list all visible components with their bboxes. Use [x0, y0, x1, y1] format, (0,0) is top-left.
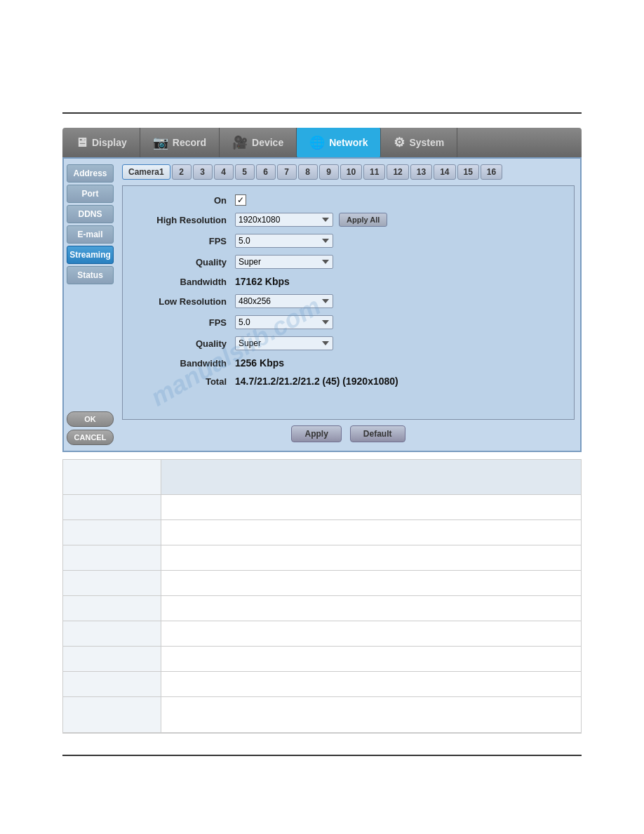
main-container: 🖥 Display 📷 Record 🎥 Device 🌐 Network ⚙ … [62, 128, 582, 734]
cancel-button[interactable]: CANCEL [67, 430, 114, 445]
table-col-right-4 [161, 571, 581, 595]
nav-device-label: Device [252, 137, 283, 148]
low-resolution-select[interactable]: 480x256 320x240 176x120 [235, 294, 333, 308]
camera-tab-9[interactable]: 9 [319, 164, 339, 180]
bottom-buttons: Apply Default [122, 420, 575, 445]
table-col-left-4 [63, 571, 161, 595]
quality-low-select[interactable]: Super High Normal Low [235, 336, 333, 350]
bandwidth-low-label: Bandwidth [137, 358, 235, 369]
ok-button[interactable]: OK [67, 411, 114, 427]
camera-tab-15[interactable]: 15 [457, 164, 479, 180]
table-col-right-1 [161, 495, 581, 519]
bandwidth-low-row: Bandwidth 1256 Kbps [137, 357, 560, 369]
table-row-7 [63, 647, 581, 672]
low-resolution-label: Low Resolution [137, 296, 235, 307]
total-label: Total [137, 376, 235, 387]
table-col-left-8 [63, 672, 161, 696]
camera-tab-1[interactable]: Camera1 [122, 164, 170, 180]
table-row-3 [63, 545, 581, 571]
table-col-left-3 [63, 545, 161, 570]
camera-tab-11[interactable]: 11 [363, 164, 385, 180]
display-icon: 🖥 [75, 135, 88, 150]
camera-tab-12[interactable]: 12 [387, 164, 408, 180]
table-col-right-6 [161, 621, 581, 646]
camera-tab-13[interactable]: 13 [410, 164, 432, 180]
apply-button[interactable]: Apply [291, 425, 341, 442]
camera-tab-14[interactable]: 14 [434, 164, 455, 180]
high-resolution-select[interactable]: 1920x1080 1280x720 640x480 [235, 213, 333, 227]
nav-display[interactable]: 🖥 Display [62, 128, 140, 157]
table-col-left-9 [63, 697, 161, 732]
nav-bar: 🖥 Display 📷 Record 🎥 Device 🌐 Network ⚙ … [62, 128, 582, 157]
bottom-divider [62, 755, 582, 756]
fps-low-row: FPS 5.0 10.0 15.0 25.0 30.0 [137, 315, 560, 329]
nav-device[interactable]: 🎥 Device [220, 128, 297, 157]
table-col-right-header [161, 460, 581, 494]
sidebar-item-ddns[interactable]: DDNS [67, 205, 114, 223]
camera-tab-7[interactable]: 7 [277, 164, 297, 180]
camera-tab-16[interactable]: 16 [481, 164, 502, 180]
sidebar: Address Port DDNS E-mail Streaming Statu… [64, 159, 116, 451]
bandwidth-low-value: 1256 Kbps [235, 357, 284, 369]
on-label: On [137, 195, 235, 206]
table-col-left-1 [63, 495, 161, 519]
sidebar-item-email[interactable]: E-mail [67, 225, 114, 244]
default-button[interactable]: Default [350, 425, 405, 442]
table-col-right-5 [161, 596, 581, 621]
total-row: Total 14.7/21.2/21.2/21.2 (45) (1920x108… [137, 376, 560, 387]
high-resolution-row: High Resolution 1920x1080 1280x720 640x4… [137, 213, 560, 227]
content-area: Address Port DDNS E-mail Streaming Statu… [62, 157, 582, 452]
sidebar-item-streaming[interactable]: Streaming [67, 246, 114, 264]
table-col-left-header [63, 460, 161, 494]
table-row-5 [63, 596, 581, 621]
table-row-2 [63, 520, 581, 545]
device-icon: 🎥 [232, 135, 248, 150]
table-col-right-2 [161, 520, 581, 545]
table-col-left-2 [63, 520, 161, 545]
camera-tab-6[interactable]: 6 [256, 164, 276, 180]
table-row-8 [63, 672, 581, 697]
table-area [62, 459, 582, 734]
nav-network[interactable]: 🌐 Network [297, 128, 381, 157]
table-col-left-6 [63, 621, 161, 646]
sidebar-item-port[interactable]: Port [67, 185, 114, 203]
quality-high-row: Quality Super High Normal Low [137, 255, 560, 269]
camera-tab-8[interactable]: 8 [298, 164, 318, 180]
table-row-1 [63, 495, 581, 520]
nav-record[interactable]: 📷 Record [140, 128, 220, 157]
table-col-right-7 [161, 647, 581, 671]
high-resolution-label: High Resolution [137, 215, 235, 225]
table-col-right-9 [161, 697, 581, 732]
system-icon: ⚙ [394, 135, 405, 150]
fps-high-row: FPS 5.0 10.0 15.0 25.0 30.0 [137, 234, 560, 248]
camera-tab-10[interactable]: 10 [340, 164, 362, 180]
sidebar-item-address[interactable]: Address [67, 164, 114, 183]
table-row-9 [63, 697, 581, 733]
camera-tab-3[interactable]: 3 [193, 164, 213, 180]
nav-network-label: Network [329, 137, 368, 148]
fps-high-select[interactable]: 5.0 10.0 15.0 25.0 30.0 [235, 234, 333, 248]
fps-low-select[interactable]: 5.0 10.0 15.0 25.0 30.0 [235, 315, 333, 329]
sidebar-item-status[interactable]: Status [67, 266, 114, 284]
camera-tab-2[interactable]: 2 [172, 164, 192, 180]
nav-system[interactable]: ⚙ System [381, 128, 457, 157]
camera-tab-5[interactable]: 5 [235, 164, 255, 180]
table-col-left-5 [63, 596, 161, 621]
quality-low-label: Quality [137, 338, 235, 349]
top-divider [62, 112, 582, 114]
camera-tabs: Camera1 2 3 4 5 6 7 [122, 164, 575, 180]
on-row: On ✓ [137, 194, 560, 206]
camera-tab-4[interactable]: 4 [214, 164, 234, 180]
table-col-left-7 [63, 647, 161, 671]
table-col-right-8 [161, 672, 581, 696]
sidebar-buttons: OK CANCEL [67, 404, 114, 445]
bandwidth-high-value: 17162 Kbps [235, 276, 290, 287]
quality-high-select[interactable]: Super High Normal Low [235, 255, 333, 269]
on-checkbox[interactable]: ✓ [235, 194, 246, 206]
settings-panel: On ✓ High Resolution 1920x1080 1280x720 … [122, 185, 575, 420]
table-row-6 [63, 621, 581, 647]
apply-all-button[interactable]: Apply All [339, 213, 387, 227]
nav-display-label: Display [92, 137, 127, 148]
nav-record-label: Record [173, 137, 206, 148]
table-col-right-3 [161, 545, 581, 570]
